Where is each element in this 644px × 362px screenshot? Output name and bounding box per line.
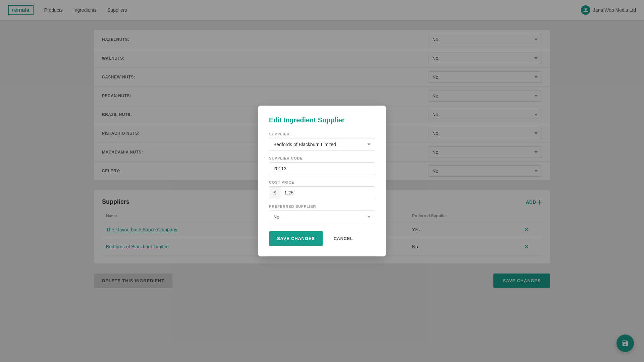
preferred-supplier-field: PREFERRED SUPPLIER NoYes — [269, 204, 375, 223]
edit-ingredient-supplier-modal: Edit Ingredient Supplier SUPPLIER Bedfor… — [258, 106, 386, 256]
preferred-supplier-label: PREFERRED SUPPLIER — [269, 204, 375, 208]
modal-cancel-button[interactable]: CANCEL — [327, 231, 360, 246]
supplier-code-input[interactable] — [269, 162, 375, 175]
supplier-field: SUPPLIER Bedfords of Blackburn LimitedTh… — [269, 132, 375, 151]
cost-price-label: COST PRICE — [269, 180, 375, 184]
supplier-code-field: SUPPLIER CODE — [269, 156, 375, 175]
currency-symbol: £ — [269, 186, 280, 199]
supplier-select[interactable]: Bedfords of Blackburn LimitedThe Flavour… — [269, 138, 375, 151]
modal-save-button[interactable]: SAVE CHANGES — [269, 231, 323, 246]
supplier-label: SUPPLIER — [269, 132, 375, 136]
cost-price-wrapper: £ — [269, 186, 375, 199]
modal-overlay[interactable]: Edit Ingredient Supplier SUPPLIER Bedfor… — [0, 0, 644, 362]
cost-price-input[interactable] — [280, 186, 375, 199]
supplier-code-label: SUPPLIER CODE — [269, 156, 375, 160]
modal-actions: SAVE CHANGES CANCEL — [269, 231, 375, 246]
modal-title: Edit Ingredient Supplier — [269, 116, 375, 124]
cost-price-field: COST PRICE £ — [269, 180, 375, 199]
preferred-supplier-select[interactable]: NoYes — [269, 210, 375, 223]
